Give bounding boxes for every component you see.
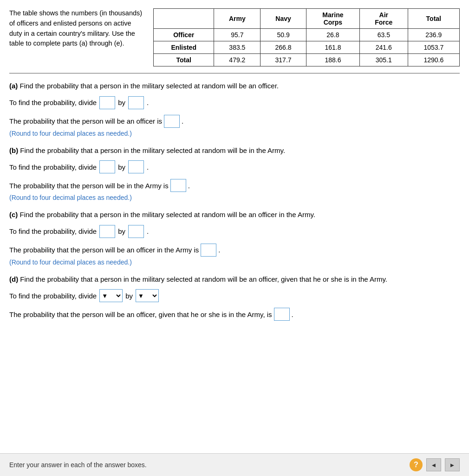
col-header-navy: Navy [261, 9, 306, 29]
part-a-question: Find the probability that a person in th… [20, 82, 279, 90]
part-b-period: . [147, 163, 149, 171]
part-d-label: (d) [9, 275, 18, 283]
part-b-divide-text: To find the probability, divide [9, 163, 97, 171]
description-text: The table shows the numbers (in thousand… [9, 8, 144, 66]
col-header-airforce: AirForce [359, 9, 408, 29]
part-b-denominator-input[interactable] [128, 160, 144, 173]
part-a-numerator-input[interactable] [99, 96, 115, 109]
part-b-round-note: (Round to four decimal places as needed.… [9, 194, 460, 201]
cell-enlisted-marine: 161.8 [306, 41, 359, 54]
table-row-officer: Officer 95.7 50.9 26.8 63.5 236.9 [154, 29, 460, 41]
part-d-numerator-select[interactable]: ▼ 95.7 236.9 479.2 1290.6 [99, 289, 123, 302]
part-a-divide-text: To find the probability, divide [9, 99, 97, 106]
section-a-title: (a) Find the probability that a person i… [9, 81, 460, 92]
part-d-numerator-wrapper[interactable]: ▼ 95.7 236.9 479.2 1290.6 [99, 289, 123, 302]
section-b-title: (b) Find the probability that a person i… [9, 145, 460, 156]
part-a-prob-period: . [182, 117, 183, 125]
part-d-prob-text: The probability that the person will be … [9, 311, 272, 318]
part-b-prob-row: The probability that the person will be … [9, 179, 460, 192]
part-a-divide-row: To find the probability, divide by . [9, 96, 460, 109]
row-label-total: Total [154, 54, 214, 66]
row-label-enlisted: Enlisted [154, 41, 214, 54]
cell-total-army: 479.2 [214, 54, 261, 66]
section-c-title: (c) Find the probability that a person i… [9, 210, 460, 220]
table-row-total: Total 479.2 317.7 188.6 305.1 1290.6 [154, 54, 460, 66]
section-a: (a) Find the probability that a person i… [9, 81, 460, 137]
part-d-answer-input[interactable] [274, 308, 290, 321]
cell-total-marine: 188.6 [306, 54, 359, 66]
table-row-enlisted: Enlisted 383.5 266.8 161.8 241.6 1053.7 [154, 41, 460, 54]
section-d: (d) Find the probability that a person i… [9, 274, 460, 321]
part-c-prob-period: . [218, 246, 220, 254]
part-a-round-note: (Round to four decimal places as needed.… [9, 130, 460, 137]
part-b-prob-period: . [188, 182, 190, 190]
part-c-answer-input[interactable] [201, 244, 216, 257]
cell-officer-total: 236.9 [408, 29, 459, 41]
part-b-label: (b) [9, 146, 18, 154]
part-d-divide-text: To find the probability, divide [9, 292, 97, 300]
part-d-prob-row: The probability that the person will be … [9, 308, 460, 321]
part-a-answer-input[interactable] [164, 115, 180, 128]
part-c-prob-row: The probability that the person will be … [9, 244, 460, 257]
part-a-label: (a) [9, 82, 18, 90]
col-header-army: Army [214, 9, 261, 29]
part-d-question: Find the probability that a person in th… [20, 275, 387, 283]
part-c-denominator-input[interactable] [128, 225, 144, 238]
part-c-round-note: (Round to four decimal places as needed.… [9, 258, 460, 266]
top-section: The table shows the numbers (in thousand… [9, 8, 460, 73]
cell-officer-navy: 50.9 [261, 29, 306, 41]
cell-enlisted-army: 383.5 [214, 41, 261, 54]
part-a-prob-row: The probability that the person will be … [9, 115, 460, 128]
part-d-denominator-select[interactable]: ▼ 95.7 236.9 479.2 1290.6 [136, 289, 159, 302]
section-c: (c) Find the probability that a person i… [9, 210, 460, 266]
cell-total-airforce: 305.1 [359, 54, 408, 66]
part-c-label: (c) [9, 211, 18, 218]
part-d-by-text: by [125, 292, 133, 300]
cell-total-navy: 317.7 [261, 54, 306, 66]
part-b-by-text: by [118, 163, 125, 171]
part-a-prob-text: The probability that the person will be … [9, 117, 162, 125]
cell-officer-army: 95.7 [214, 29, 261, 41]
part-b-question: Find the probability that a person in th… [20, 146, 285, 154]
col-header-marine: MarineCorps [306, 9, 359, 29]
part-c-divide-text: To find the probability, divide [9, 227, 97, 235]
cell-officer-marine: 26.8 [306, 29, 359, 41]
part-d-divide-row: To find the probability, divide ▼ 95.7 2… [9, 289, 460, 302]
part-c-prob-text: The probability that the person will be … [9, 246, 199, 254]
part-c-period: . [147, 227, 149, 235]
help-button[interactable]: ? [410, 458, 423, 471]
section-b: (b) Find the probability that a person i… [9, 145, 460, 202]
col-header-total: Total [408, 9, 459, 29]
page-container: The table shows the numbers (in thousand… [0, 0, 469, 476]
part-b-answer-input[interactable] [170, 179, 186, 192]
cell-total-total: 1290.6 [408, 54, 459, 66]
next-button[interactable]: ► [445, 458, 460, 471]
cell-enlisted-total: 1053.7 [408, 41, 459, 54]
row-label-officer: Officer [154, 29, 214, 41]
section-d-title: (d) Find the probability that a person i… [9, 274, 460, 285]
data-table: Army Navy MarineCorps AirForce Total Off… [153, 8, 460, 66]
cell-enlisted-airforce: 241.6 [359, 41, 408, 54]
part-d-denominator-wrapper[interactable]: ▼ 95.7 236.9 479.2 1290.6 [136, 289, 159, 302]
part-c-question: Find the probability that a person in th… [20, 211, 315, 218]
footer-text: Enter your answer in each of the answer … [9, 461, 147, 469]
part-b-divide-row: To find the probability, divide by . [9, 160, 460, 173]
part-b-prob-text: The probability that the person will be … [9, 182, 169, 190]
part-c-numerator-input[interactable] [99, 225, 115, 238]
cell-enlisted-navy: 266.8 [261, 41, 306, 54]
part-b-numerator-input[interactable] [99, 160, 115, 173]
cell-officer-airforce: 63.5 [359, 29, 408, 41]
part-a-period: . [147, 99, 149, 106]
part-a-by-text: by [118, 99, 125, 106]
part-c-divide-row: To find the probability, divide by . [9, 225, 460, 238]
part-c-by-text: by [118, 227, 125, 235]
col-header-empty [154, 9, 214, 29]
part-d-prob-period: . [292, 311, 293, 318]
prev-button[interactable]: ◄ [426, 458, 441, 471]
footer-bar: Enter your answer in each of the answer … [0, 453, 469, 476]
footer-controls: ? ◄ ► [410, 458, 460, 471]
part-a-denominator-input[interactable] [128, 96, 144, 109]
